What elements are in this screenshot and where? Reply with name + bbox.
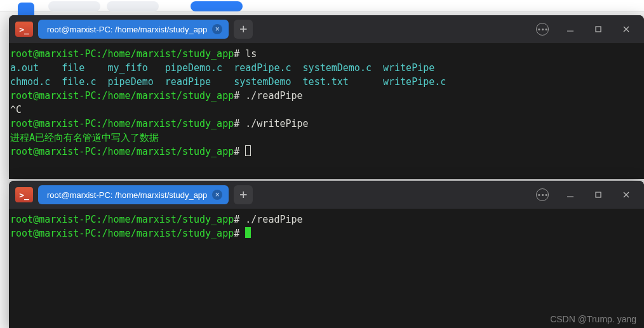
minimize-icon <box>566 190 575 199</box>
prompt-hash: # <box>234 118 239 129</box>
background-tab <box>107 1 159 11</box>
background-tab-active <box>191 1 243 11</box>
prompt-path: :/home/marxist/study_app <box>96 90 234 102</box>
cursor-icon <box>245 145 251 156</box>
prompt-user: root@marxist-PC <box>10 90 96 102</box>
command-text: ./readPipe <box>239 90 302 102</box>
prompt-path: :/home/marxist/study_app <box>96 48 234 60</box>
terminal-app-icon: >_ <box>15 187 33 202</box>
terminal-window-bottom: >_ root@marxist-PC: /home/marxist/study_… <box>9 181 644 328</box>
prompt-user: root@marxist-PC <box>10 48 96 60</box>
terminal-app-icon: >_ <box>15 22 33 37</box>
new-tab-button[interactable]: + <box>234 185 253 204</box>
command-text: ls <box>239 48 257 60</box>
prompt-user: root@marxist-PC <box>10 146 96 157</box>
new-tab-button[interactable]: + <box>234 20 253 39</box>
tab-title: root@marxist-PC: /home/marxist/study_app <box>47 190 207 200</box>
command-text: ./readPipe <box>239 214 302 225</box>
prompt-path: :/home/marxist/study_app <box>96 146 234 157</box>
maximize-icon <box>594 25 603 34</box>
maximize-button[interactable] <box>587 20 610 39</box>
minimize-button[interactable] <box>559 185 582 204</box>
svg-rect-5 <box>596 192 601 197</box>
command-text <box>239 228 245 239</box>
tab-active[interactable]: root@marxist-PC: /home/marxist/study_app… <box>38 20 229 39</box>
maximize-icon <box>594 190 603 199</box>
minimize-button[interactable] <box>559 20 582 39</box>
prompt-path: :/home/marxist/study_app <box>96 228 234 239</box>
minimize-icon <box>566 25 575 34</box>
prompt-hash: # <box>234 90 239 102</box>
prompt-hash: # <box>234 214 239 225</box>
ellipsis-icon: ••• <box>536 23 549 36</box>
menu-button[interactable]: ••• <box>531 185 554 204</box>
tab-active[interactable]: root@marxist-PC: /home/marxist/study_app… <box>38 185 229 204</box>
close-button[interactable] <box>615 20 638 39</box>
prompt-path: :/home/marxist/study_app <box>96 214 234 225</box>
maximize-button[interactable] <box>587 185 610 204</box>
tab-title: root@marxist-PC: /home/marxist/study_app <box>47 25 207 34</box>
ellipsis-icon: ••• <box>536 188 549 201</box>
tab-close-icon[interactable]: × <box>212 24 222 34</box>
prompt-hash: # <box>234 48 239 60</box>
prompt-user: root@marxist-PC <box>10 228 96 239</box>
prompt-path: :/home/marxist/study_app <box>96 118 234 129</box>
close-button[interactable] <box>615 185 638 204</box>
command-text <box>239 146 245 157</box>
svg-rect-1 <box>596 27 601 32</box>
titlebar: >_ root@marxist-PC: /home/marxist/study_… <box>9 181 644 209</box>
prompt-hash: # <box>234 146 239 157</box>
close-icon <box>622 25 631 34</box>
prompt-hash: # <box>234 228 239 239</box>
ls-output-line: a.out file my_fifo pipeDemo.c readPipe.c… <box>10 62 434 74</box>
menu-button[interactable]: ••• <box>531 20 554 39</box>
close-icon <box>622 190 631 199</box>
ctrl-c-text: ^C <box>10 104 22 115</box>
prompt-user: root@marxist-PC <box>10 214 96 225</box>
ls-output-line: chmod.c file.c pipeDemo readPipe systemD… <box>10 76 446 88</box>
prompt-user: root@marxist-PC <box>10 118 96 129</box>
background-tab <box>48 1 100 11</box>
cursor-icon <box>245 227 251 238</box>
terminal-output[interactable]: root@marxist-PC:/home/marxist/study_app#… <box>9 43 644 162</box>
command-text: ./writePipe <box>239 118 308 129</box>
titlebar: >_ root@marxist-PC: /home/marxist/study_… <box>9 15 644 43</box>
program-output: 进程A已经向有名管道中写入了数据 <box>10 132 159 143</box>
tab-close-icon[interactable]: × <box>212 190 222 200</box>
terminal-window-top: >_ root@marxist-PC: /home/marxist/study_… <box>9 15 644 179</box>
terminal-output[interactable]: root@marxist-PC:/home/marxist/study_app#… <box>9 209 644 244</box>
watermark-text: CSDN @Trump. yang <box>550 314 636 324</box>
